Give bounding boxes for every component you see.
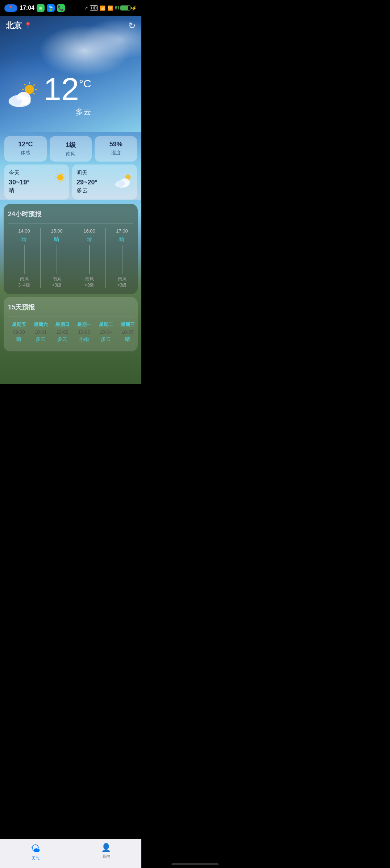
fifteen-weather: 小雨 [73,336,95,343]
today-card[interactable]: 今天 30~19° 晴 [4,164,69,200]
hourly-items-row: 14:00 晴 南风 3~4级 15:00 晴 南风 <3级 16:00 晴 南… [8,228,133,288]
hourly-time: 16:00 [75,228,104,234]
hourly-bar-line [122,245,122,274]
fifteen-day-col: 星期五 09-30 晴 [8,321,30,343]
daily-forecast-row: 今天 30~19° 晴 明天 [4,164,137,200]
hourly-weather: 晴 [42,236,71,243]
fifteen-day-label: 星期二 [95,321,117,328]
tomorrow-card[interactable]: 明天 29~20° 多云 [72,164,137,200]
status-app-icons: ⊞ 🍃 📞 [37,4,65,12]
fifteen-date: 10-03 [73,329,95,335]
svg-line-7 [34,85,34,85]
svg-line-20 [62,174,63,175]
fifteen-weather: 多云 [95,336,117,343]
fifteen-day-label: 星期三 [117,321,138,328]
hourly-bar-line [57,245,57,274]
refresh-button[interactable]: ↻ [128,21,136,31]
hourly-wind: 南风 [42,276,71,282]
hourly-section: 24小时预报 14:00 晴 南风 3~4级 15:00 晴 南风 <3级 16… [4,204,138,294]
fifteen-day-label: 星期一 [73,321,95,328]
charging-icon: ⚡ [131,5,137,11]
app-icon-1: ⊞ [37,4,45,12]
fifteen-divider [8,317,133,317]
fifteen-date: 10-04 [95,329,117,335]
status-time: 17:04 [20,5,34,11]
hourly-item: 14:00 晴 南风 3~4级 [8,228,41,288]
location-pill: 📍 [4,4,17,12]
hero-weather-main: 12 °C 多云 [7,73,91,117]
wind-label: 南风 [53,151,89,157]
temperature-block: 12 °C 多云 [43,73,91,117]
fifteen-day-col: 星期三 10-05 晴 [117,321,138,343]
battery-level: 81 [115,5,120,11]
battery-indicator: 81 ⚡ [115,5,137,11]
hourly-weather: 晴 [9,236,39,243]
fifteen-day-col: 星期六 10-01 多云 [30,321,51,343]
hero-section: 北京 📍 ↻ [0,16,141,132]
fifteen-weather: 多云 [30,336,51,343]
wifi-icon: 🛜 [107,5,113,11]
svg-line-18 [57,174,58,174]
fifteen-weather: 晴 [117,336,138,343]
hourly-section-title: 24小时预报 [8,210,133,218]
location-pin-icon: 📍 [24,22,32,30]
hourly-divider [8,224,133,224]
hourly-weather: 晴 [75,236,104,243]
hourly-bar-line [89,245,90,274]
temperature-value: 12 [43,73,79,105]
hourly-bar-area [107,245,133,274]
fifteen-date: 10-05 [117,329,138,335]
weather-description: 多云 [43,107,91,117]
hourly-item: 17:00 晴 南风 <3级 [106,228,133,288]
hourly-wind-level: 3~4级 [9,282,39,288]
battery-icon [120,5,130,11]
hourly-time: 15:00 [42,228,71,234]
feels-like-label: 体感 [7,150,44,156]
hd-label: HD [90,5,98,11]
temperature-display: 12 °C [43,73,91,105]
hourly-bar-line [24,245,24,274]
fifteen-weather: 晴 [8,336,30,343]
svg-line-19 [62,180,63,180]
app-icon-3: 📞 [57,4,65,12]
cloud-sun-svg [7,81,40,110]
fifteen-day-label: 星期六 [30,321,51,328]
city-name: 北京 📍 [6,20,32,31]
hourly-scroll[interactable]: 14:00 晴 南风 3~4级 15:00 晴 南风 <3级 16:00 晴 南… [8,228,133,288]
hourly-item: 15:00 晴 南风 <3级 [41,228,73,288]
fifteen-day-col: 星期日 10-02 多云 [51,321,73,343]
fifteen-day-label: 星期五 [8,321,30,328]
weather-info-cards: 12°C 体感 1级 南风 59% 湿度 [4,136,137,162]
weather-icon-large [7,81,40,110]
hourly-time: 17:00 [107,228,133,234]
fifteen-date: 10-01 [30,329,51,335]
hourly-wind: 南风 [9,276,39,282]
hero-header: 北京 📍 ↻ [0,20,141,31]
city-text: 北京 [6,20,22,31]
fifteen-days-row: 星期五 09-30 晴 星期六 10-01 多云 星期日 10-02 多云 星期… [8,321,133,343]
fifteen-date: 10-02 [51,329,73,335]
status-right: ↗ HD 📶 🛜 81 ⚡ [84,5,137,11]
fifteen-day-section: 15天预报 星期五 09-30 晴 星期六 10-01 多云 星期日 10-02… [4,297,138,351]
humidity-label: 湿度 [98,150,134,156]
location-icon: 📍 [8,5,14,11]
temperature-unit: °C [79,78,91,89]
svg-line-5 [25,84,25,85]
fifteen-day-label: 星期日 [51,321,73,328]
hourly-wind-level: <3级 [107,282,133,288]
svg-point-12 [16,94,25,100]
cellular-icon: 📶 [100,5,105,11]
app-icon-2: 🍃 [47,4,55,12]
hourly-wind-level: <3级 [42,282,71,288]
fifteen-section-title: 15天预报 [8,303,133,312]
hourly-weather: 晴 [107,236,133,243]
svg-point-24 [116,180,125,187]
tomorrow-weather-icon [115,173,133,192]
feels-like-value: 12°C [7,141,44,148]
status-bar: 📍 17:04 ⊞ 🍃 📞 ↗ HD 📶 🛜 81 ⚡ [0,0,141,16]
hourly-wind: 南风 [107,276,133,282]
wind-value: 1级 [53,141,89,149]
fifteen-day-col: 星期二 10-04 多云 [95,321,117,343]
hourly-bar-area [75,245,104,274]
hourly-wind-level: <3级 [75,282,104,288]
